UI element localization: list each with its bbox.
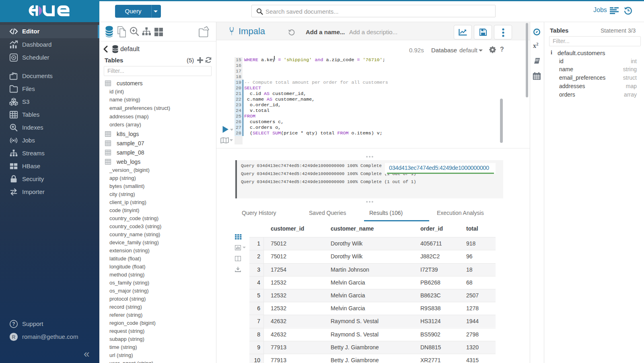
- svg-text:?: ?: [12, 321, 15, 327]
- svg-text:R: R: [12, 334, 16, 340]
